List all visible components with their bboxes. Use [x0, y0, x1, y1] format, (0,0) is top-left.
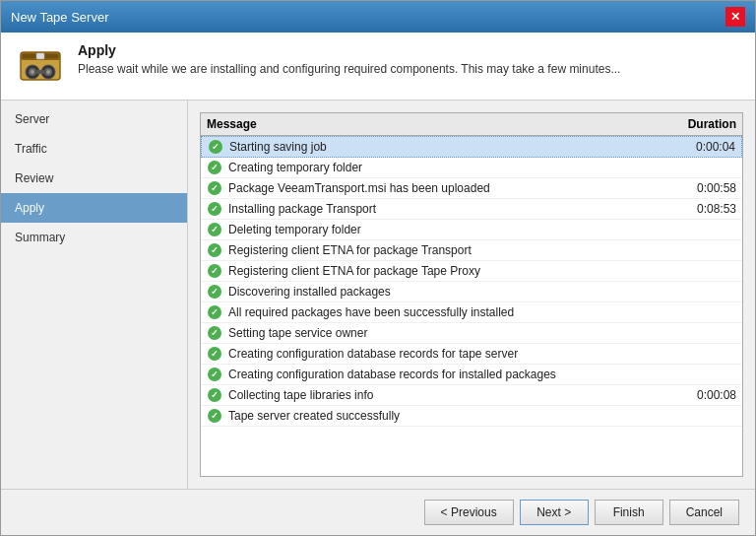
- check-icon: ✓: [207, 325, 222, 341]
- header-title: Apply: [78, 42, 620, 58]
- log-row[interactable]: ✓Collecting tape libraries info0:00:08: [201, 385, 742, 406]
- log-message: Setting tape service owner: [228, 326, 658, 340]
- log-message: Discovering installed packages: [228, 285, 658, 299]
- col-header-duration: Duration: [658, 117, 736, 131]
- next-button[interactable]: Next >: [520, 500, 589, 525]
- log-row[interactable]: ✓Registering client ETNA for package Tap…: [201, 261, 742, 282]
- log-message: Creating configuration database records …: [228, 368, 658, 381]
- sidebar: ServerTrafficReviewApplySummary: [1, 100, 188, 489]
- check-icon: ✓: [207, 242, 222, 258]
- check-icon: ✓: [207, 346, 222, 362]
- log-row[interactable]: ✓All required packages have been success…: [201, 302, 742, 323]
- log-row[interactable]: ✓Setting tape service owner: [201, 323, 742, 344]
- log-message: Registering client ETNA for package Tran…: [228, 243, 658, 257]
- log-message: Package VeeamTransport.msi has been uplo…: [228, 181, 658, 195]
- svg-point-4: [31, 70, 34, 74]
- log-row[interactable]: ✓Registering client ETNA for package Tra…: [201, 240, 742, 261]
- log-duration: 0:08:53: [658, 202, 736, 216]
- cancel-button[interactable]: Cancel: [669, 500, 739, 525]
- svg-rect-10: [36, 53, 44, 59]
- header-description: Please wait while we are installing and …: [78, 62, 620, 76]
- header-text: Apply Please wait while we are installin…: [78, 42, 620, 76]
- check-icon: ✓: [207, 180, 222, 196]
- header-section: Apply Please wait while we are installin…: [1, 33, 755, 100]
- log-message: Creating temporary folder: [228, 161, 658, 174]
- window: New Tape Server ✕ Apply Please w: [0, 0, 756, 536]
- log-row[interactable]: ✓Deleting temporary folder: [201, 220, 742, 240]
- log-row[interactable]: ✓Tape server created successfully: [201, 406, 742, 427]
- tape-drive-icon: [17, 42, 64, 90]
- check-icon: ✓: [207, 367, 222, 382]
- log-message: Creating configuration database records …: [228, 347, 658, 361]
- log-table-header: Message Duration: [201, 113, 742, 136]
- log-row[interactable]: ✓Discovering installed packages: [201, 282, 742, 302]
- log-duration: 0:00:04: [657, 140, 735, 154]
- log-row[interactable]: ✓Creating configuration database records…: [201, 365, 742, 385]
- log-message: Collecting tape libraries info: [228, 388, 658, 402]
- log-row[interactable]: ✓Installing package Transport0:08:53: [201, 199, 742, 220]
- main-content: Message Duration ✓Starting saving job0:0…: [188, 100, 755, 489]
- check-icon: ✓: [207, 160, 222, 175]
- check-icon: ✓: [207, 387, 222, 403]
- log-row[interactable]: ✓Starting saving job0:00:04: [201, 136, 742, 158]
- sidebar-item-apply[interactable]: Apply: [1, 193, 187, 223]
- log-rows-container: ✓Starting saving job0:00:04✓Creating tem…: [201, 136, 742, 427]
- log-message: Registering client ETNA for package Tape…: [228, 264, 658, 278]
- close-button[interactable]: ✕: [725, 7, 745, 27]
- window-title: New Tape Server: [11, 10, 108, 25]
- log-duration: 0:00:58: [658, 181, 736, 195]
- previous-button[interactable]: < Previous: [424, 500, 514, 525]
- sidebar-item-server[interactable]: Server: [1, 104, 187, 134]
- svg-point-7: [46, 70, 50, 74]
- footer: < Previous Next > Finish Cancel: [1, 489, 755, 535]
- log-table: Message Duration ✓Starting saving job0:0…: [200, 112, 743, 477]
- title-bar: New Tape Server ✕: [1, 1, 755, 33]
- main-layout: ServerTrafficReviewApplySummary Message …: [1, 100, 755, 489]
- check-icon: ✓: [207, 284, 222, 300]
- log-duration: 0:00:08: [658, 388, 736, 402]
- finish-button[interactable]: Finish: [595, 500, 663, 525]
- log-row[interactable]: ✓Package VeeamTransport.msi has been upl…: [201, 178, 742, 199]
- log-message: All required packages have been successf…: [228, 305, 658, 319]
- log-message: Deleting temporary folder: [228, 223, 658, 236]
- check-icon: ✓: [207, 201, 222, 217]
- log-message: Starting saving job: [229, 140, 657, 154]
- check-icon: ✓: [207, 408, 222, 424]
- check-icon: ✓: [207, 222, 222, 237]
- log-row[interactable]: ✓Creating configuration database records…: [201, 344, 742, 365]
- check-icon: ✓: [207, 304, 222, 320]
- check-icon: ✓: [207, 263, 222, 279]
- sidebar-item-summary[interactable]: Summary: [1, 223, 187, 252]
- col-header-message: Message: [207, 117, 658, 131]
- log-message: Installing package Transport: [228, 202, 658, 216]
- log-row[interactable]: ✓Creating temporary folder: [201, 158, 742, 178]
- sidebar-item-traffic[interactable]: Traffic: [1, 134, 187, 164]
- log-message: Tape server created successfully: [228, 409, 658, 423]
- sidebar-item-review[interactable]: Review: [1, 164, 187, 193]
- check-icon: ✓: [208, 139, 223, 155]
- svg-rect-8: [34, 70, 46, 74]
